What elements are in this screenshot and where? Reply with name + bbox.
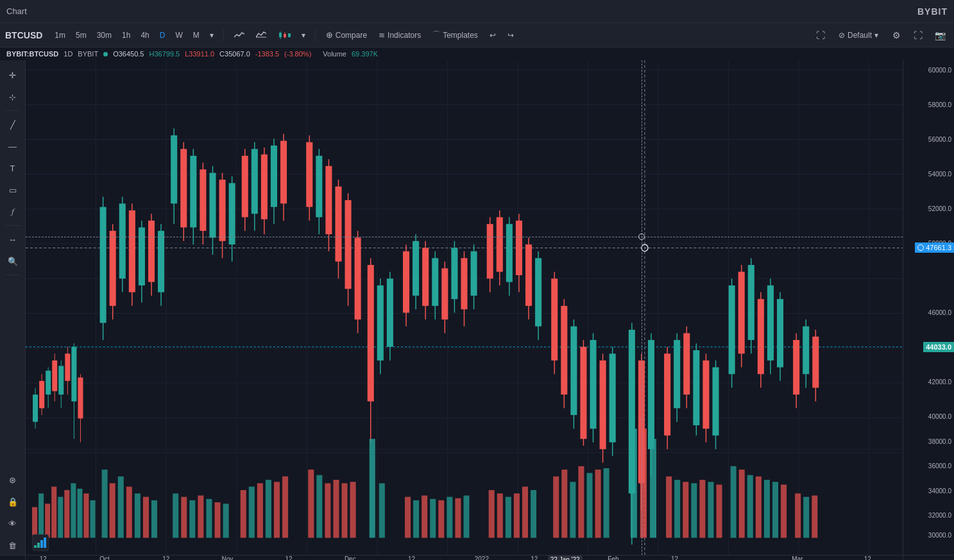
svg-rect-216 bbox=[282, 477, 288, 538]
price-54000: 54000.0 bbox=[928, 171, 951, 178]
svg-rect-261 bbox=[772, 482, 778, 538]
svg-rect-234 bbox=[497, 493, 503, 538]
chart-svg bbox=[26, 60, 903, 555]
svg-rect-214 bbox=[266, 480, 271, 538]
compare-button[interactable]: ⊕ Compare bbox=[321, 28, 372, 42]
tf-M[interactable]: M bbox=[189, 29, 204, 42]
tf-1m[interactable]: 1m bbox=[50, 29, 70, 42]
info-tf: 1D bbox=[64, 50, 72, 58]
svg-rect-219 bbox=[325, 483, 330, 538]
fullscreen-button[interactable]: ⛶ bbox=[812, 26, 830, 44]
svg-rect-122 bbox=[461, 258, 467, 309]
svg-rect-223 bbox=[370, 439, 375, 538]
svg-rect-220 bbox=[333, 480, 339, 538]
chart-type-candle[interactable] bbox=[273, 28, 296, 42]
rectangle-tool[interactable]: ▭ bbox=[3, 180, 22, 199]
tf-4h[interactable]: 4h bbox=[136, 29, 153, 42]
time-axis[interactable]: 12 Oct 12 Nov 12 Dec 12 2022 12 22 Jan '… bbox=[26, 556, 903, 560]
svg-rect-266 bbox=[34, 545, 37, 548]
sidebar-divider-3 bbox=[5, 275, 21, 275]
info-exchange: BYBIT bbox=[78, 50, 98, 58]
svg-rect-233 bbox=[489, 490, 495, 538]
svg-rect-82 bbox=[242, 156, 248, 217]
ohlc-change: -1383.5 bbox=[255, 50, 279, 58]
line-chart-icon bbox=[234, 31, 244, 40]
tf-W[interactable]: W bbox=[171, 29, 187, 42]
top-bar-left: Chart bbox=[6, 6, 33, 16]
svg-rect-74 bbox=[200, 169, 206, 231]
svg-rect-70 bbox=[180, 149, 187, 227]
svg-rect-64 bbox=[148, 221, 155, 282]
left-sidebar: ✛ ⊹ ╱ — T ▭ 𝑓 ↔ 🔍 ⊛ 🔒 👁 🗑 bbox=[0, 60, 26, 555]
svg-rect-257 bbox=[739, 470, 745, 538]
trash-tool[interactable]: 🗑 bbox=[3, 536, 22, 555]
svg-rect-217 bbox=[308, 470, 314, 538]
default-chevron: ▾ bbox=[874, 31, 878, 40]
svg-rect-236 bbox=[514, 493, 520, 538]
tf-1h[interactable]: 1h bbox=[117, 29, 135, 42]
crosshair-tool[interactable]: ⊹ bbox=[3, 87, 22, 106]
time-2022: 2022 bbox=[475, 556, 489, 560]
cursor-tool[interactable]: ✛ bbox=[3, 65, 22, 85]
undo-button[interactable]: ↩ bbox=[484, 28, 501, 42]
hide-drawings-tool[interactable]: 👁 bbox=[3, 514, 22, 533]
time-nov: Nov bbox=[222, 556, 234, 560]
symbol-label[interactable]: BTCUSD bbox=[5, 30, 42, 40]
svg-rect-132 bbox=[516, 221, 522, 275]
svg-rect-84 bbox=[251, 149, 258, 214]
chart-type-area[interactable] bbox=[251, 28, 271, 42]
tf-D[interactable]: D bbox=[155, 29, 170, 42]
camera-button[interactable]: 📷 bbox=[931, 26, 949, 44]
tf-5m[interactable]: 5m bbox=[71, 29, 91, 42]
svg-rect-239 bbox=[553, 477, 559, 538]
svg-rect-176 bbox=[758, 299, 764, 374]
crosshair-price-label: 47661.3 bbox=[915, 242, 954, 253]
svg-rect-48 bbox=[65, 353, 70, 381]
svg-rect-140 bbox=[561, 306, 567, 395]
svg-rect-44 bbox=[52, 361, 57, 391]
price-30000: 30000.0 bbox=[928, 532, 951, 539]
svg-rect-130 bbox=[506, 224, 513, 282]
svg-rect-228 bbox=[430, 499, 436, 538]
svg-rect-136 bbox=[535, 258, 541, 326]
chart-title: Chart bbox=[6, 6, 27, 16]
magnet-tool[interactable]: ⊛ bbox=[3, 470, 22, 489]
ohlc-change-pct: (-3.80%) bbox=[284, 50, 311, 58]
time-12-5: 12 bbox=[531, 556, 538, 560]
svg-rect-184 bbox=[803, 327, 809, 374]
svg-rect-232 bbox=[463, 495, 469, 538]
redo-button[interactable]: ↪ bbox=[502, 28, 519, 42]
indicators-button[interactable]: ≋ Indicators bbox=[373, 28, 426, 42]
divider-1 bbox=[223, 29, 224, 42]
chart-main[interactable] bbox=[26, 60, 903, 555]
price-axis[interactable]: 60000.0 58000.0 56000.0 54000.0 52000.0 … bbox=[903, 60, 954, 555]
expand-button[interactable]: ⛶ bbox=[909, 26, 927, 44]
svg-rect-189 bbox=[45, 504, 50, 538]
price-32000: 32000.0 bbox=[928, 512, 951, 519]
fibonacci-tool[interactable]: 𝑓 bbox=[3, 202, 22, 221]
svg-rect-62 bbox=[139, 228, 145, 285]
svg-rect-54 bbox=[100, 207, 106, 323]
text-tool[interactable]: T bbox=[3, 158, 22, 178]
svg-rect-98 bbox=[335, 187, 341, 262]
chart-type-line[interactable] bbox=[229, 28, 250, 42]
default-dropdown[interactable]: ⊘ Default ▾ bbox=[833, 29, 883, 42]
svg-rect-144 bbox=[580, 347, 586, 439]
price-52000: 52000.0 bbox=[928, 205, 951, 212]
time-12-2: 12 bbox=[162, 556, 169, 560]
svg-rect-116 bbox=[432, 258, 438, 305]
svg-rect-42 bbox=[46, 371, 51, 395]
zoom-tool[interactable]: 🔍 bbox=[3, 251, 22, 271]
settings-button[interactable]: ⚙ bbox=[887, 26, 905, 44]
svg-rect-76 bbox=[209, 173, 216, 237]
tf-dropdown[interactable]: ▾ bbox=[205, 29, 218, 42]
chart-type-dropdown[interactable]: ▾ bbox=[297, 29, 310, 42]
svg-rect-174 bbox=[748, 265, 754, 340]
lock-tool[interactable]: 🔒 bbox=[3, 492, 22, 511]
trend-line-tool[interactable]: ╱ bbox=[3, 115, 22, 134]
tf-30m[interactable]: 30m bbox=[92, 29, 116, 42]
templates-button[interactable]: ⌒ Templates bbox=[427, 27, 483, 43]
measure-tool[interactable]: ↔ bbox=[3, 230, 22, 249]
svg-rect-108 bbox=[387, 278, 393, 346]
horizontal-line-tool[interactable]: — bbox=[3, 137, 22, 156]
